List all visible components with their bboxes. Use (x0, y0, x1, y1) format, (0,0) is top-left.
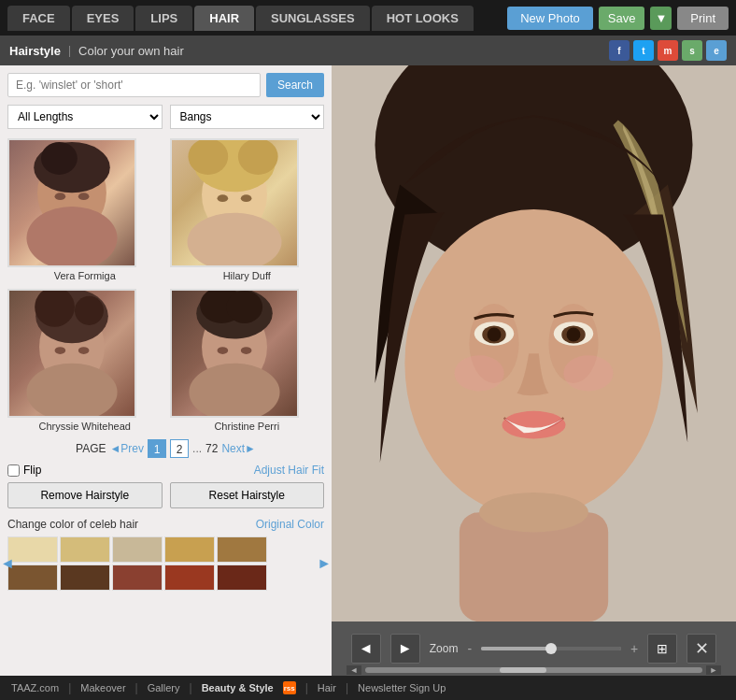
swatch-golden[interactable] (164, 536, 215, 563)
zoom-slider[interactable] (481, 647, 621, 650)
celeb-christine-name: Christine Perri (170, 421, 325, 432)
tab-hair[interactable]: HAIR (194, 6, 254, 31)
celeb-chryssie[interactable]: Chryssie Whitehead (7, 289, 163, 432)
swatch-dark-brown[interactable] (60, 564, 110, 591)
zoom-right-arrow[interactable]: ► (390, 634, 420, 664)
controls-row: Flip Adjust Hair Fit (7, 464, 324, 477)
page-1-button[interactable]: 1 (148, 439, 166, 458)
svg-point-16 (75, 296, 104, 325)
action-buttons: Remove Hairstyle Reset Hairstyle (7, 482, 324, 508)
celeb-christine[interactable]: Christine Perri (170, 289, 325, 432)
swatch-dark-red[interactable] (217, 564, 267, 591)
svg-point-40 (563, 355, 613, 391)
tab-lips[interactable]: LIPS (135, 6, 192, 31)
tab-face[interactable]: FACE (7, 6, 70, 31)
search-input[interactable] (7, 73, 261, 97)
email-icon[interactable]: e (706, 40, 727, 61)
myspace-icon[interactable]: m (658, 40, 678, 61)
swatch-light-blonde[interactable] (7, 536, 58, 563)
length-filter[interactable]: All Lengths Short Medium Long (7, 105, 163, 129)
swatch-medium-brown[interactable] (7, 564, 58, 591)
prev-page-button[interactable]: ◄Prev (109, 442, 144, 455)
swatch-red[interactable] (164, 564, 215, 591)
tab-sunglasses[interactable]: SUNGLASSES (256, 6, 370, 31)
flip-checkbox-label[interactable]: Flip (7, 464, 41, 477)
celeb-hilary-image (170, 138, 299, 267)
footer-hair[interactable]: Hair (318, 682, 336, 693)
swatch-light-brown[interactable] (217, 536, 267, 563)
svg-point-3 (26, 207, 117, 267)
subnav-hairstyle[interactable]: Hairstyle (9, 44, 61, 58)
svg-point-4 (55, 193, 66, 200)
celeb-grid: Vera Formiga Hilary Duff (7, 138, 324, 432)
swatch-ash-blonde[interactable] (112, 536, 163, 563)
swatch-auburn[interactable] (112, 564, 163, 591)
print-button[interactable]: Print (677, 7, 729, 30)
celeb-vera[interactable]: Vera Formiga (7, 138, 163, 281)
scroll-track (365, 667, 702, 673)
photo-area (332, 65, 736, 621)
footer-gallery[interactable]: Gallery (148, 682, 180, 693)
page-label: PAGE (76, 442, 106, 455)
color-title: Change color of celeb hair (7, 518, 138, 531)
color-row-1 (7, 536, 324, 563)
next-page-button[interactable]: Next► (221, 442, 256, 455)
celeb-hilary[interactable]: Hilary Duff (170, 138, 325, 281)
zoom-left-arrow[interactable]: ◄ (351, 634, 381, 664)
close-photo-button[interactable]: ✕ (686, 634, 716, 664)
page-2-button[interactable]: 2 (170, 439, 189, 458)
tab-hot-looks[interactable]: HOT LOOKS (372, 6, 474, 31)
zoom-minus-icon: - (467, 641, 472, 656)
twitter-icon[interactable]: t (633, 40, 654, 61)
zoom-plus-icon: + (630, 641, 638, 656)
main-content: Search All Lengths Short Medium Long Ban… (0, 65, 736, 676)
subnav-color-own-hair[interactable]: Color your own hair (78, 44, 184, 58)
scroll-right-button[interactable]: ► (706, 665, 721, 675)
svg-point-42 (479, 493, 588, 533)
scroll-thumb (500, 667, 546, 673)
svg-point-26 (240, 347, 251, 354)
expand-button[interactable]: ⊞ (647, 634, 677, 664)
total-pages: 72 (205, 442, 218, 455)
adjust-hair-fit-link[interactable]: Adjust Hair Fit (254, 464, 324, 477)
swatch-blonde[interactable] (60, 536, 110, 563)
nav-tabs: FACE EYES LIPS HAIR SUNGLASSES HOT LOOKS (7, 6, 474, 31)
svg-point-25 (217, 347, 228, 354)
svg-point-15 (35, 289, 75, 327)
svg-point-9 (237, 138, 277, 175)
flip-checkbox[interactable] (7, 464, 20, 477)
remove-hairstyle-button[interactable]: Remove Hairstyle (7, 482, 163, 508)
footer-newsletter[interactable]: Newsletter Sign Up (358, 682, 446, 693)
footer-taaz[interactable]: TAAZ.com (11, 682, 59, 693)
zoom-label: Zoom (430, 642, 459, 655)
color-scroll-left[interactable]: ◄ (0, 555, 15, 572)
original-color-link[interactable]: Original Color (256, 518, 324, 531)
footer-beauty-style[interactable]: Beauty & Style (202, 682, 274, 693)
bangs-filter[interactable]: Bangs No Bangs Side Bangs (170, 105, 325, 129)
svg-point-34 (488, 328, 502, 342)
celeb-hilary-name: Hilary Duff (170, 270, 325, 281)
photo-svg (332, 65, 736, 621)
tab-eyes[interactable]: EYES (72, 6, 134, 31)
filter-row: All Lengths Short Medium Long Bangs No B… (7, 105, 324, 129)
color-header: Change color of celeb hair Original Colo… (7, 518, 324, 531)
page-ellipsis: ... (192, 442, 202, 455)
rss-icon[interactable]: rss (283, 681, 296, 694)
color-section: Change color of celeb hair Original Colo… (7, 518, 324, 591)
save-dropdown-button[interactable]: ▼ (650, 7, 672, 30)
stumble-icon[interactable]: s (682, 40, 702, 61)
facebook-icon[interactable]: f (609, 40, 630, 61)
color-scroll-right[interactable]: ► (317, 555, 332, 572)
horizontal-scrollbar[interactable]: ◄ ► (332, 664, 736, 676)
new-photo-button[interactable]: New Photo (507, 7, 593, 30)
svg-point-37 (567, 328, 581, 342)
search-button[interactable]: Search (266, 73, 324, 97)
reset-hairstyle-button[interactable]: Reset Hairstyle (170, 482, 325, 508)
footer-makeover[interactable]: Makeover (80, 682, 125, 693)
top-actions: New Photo Save ▼ Print (507, 7, 729, 30)
right-panel: ◄ ► Zoom - + ⊞ ✕ ◄ ► (332, 65, 736, 676)
scroll-left-button[interactable]: ◄ (347, 665, 361, 675)
save-button[interactable]: Save (599, 7, 645, 30)
color-row-2 (7, 564, 324, 591)
left-panel: Search All Lengths Short Medium Long Ban… (0, 65, 332, 676)
